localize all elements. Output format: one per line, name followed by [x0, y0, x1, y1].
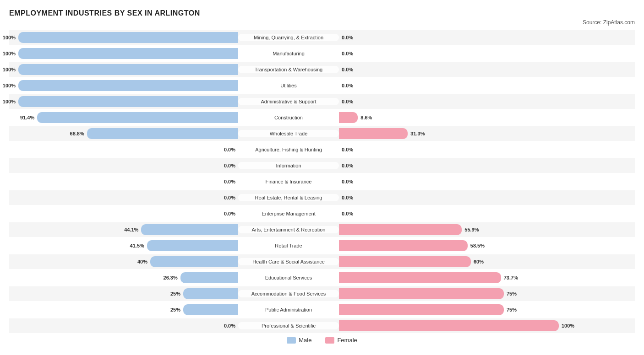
- industry-label: Accommodation & Food Services: [238, 290, 339, 297]
- right-section: 75%: [339, 302, 568, 317]
- legend-male-box: [287, 337, 296, 344]
- male-bar: [18, 96, 238, 107]
- male-bar: [18, 48, 238, 59]
- chart-title: EMPLOYMENT INDUSTRIES BY SEX IN ARLINGTO…: [9, 9, 635, 17]
- left-section: 41.5%: [9, 238, 238, 253]
- bar-row: 100%Administrative & Support0.0%: [9, 94, 635, 109]
- bar-row: 100%Transportation & Warehousing0.0%: [9, 62, 635, 77]
- right-section: 0.0%: [339, 142, 568, 157]
- right-section: 60%: [339, 254, 568, 269]
- left-section: 0.0%: [9, 174, 238, 189]
- female-bar: [339, 240, 468, 251]
- bar-row: 91.4%Construction8.6%: [9, 110, 635, 125]
- male-bar: [37, 112, 238, 123]
- female-pct-label: 0.0%: [342, 211, 353, 216]
- male-pct-label: 91.4%: [20, 115, 34, 120]
- male-bar: [183, 288, 238, 299]
- female-pct-label: 0.0%: [342, 163, 353, 168]
- bar-row: 68.8%Wholesale Trade31.3%: [9, 126, 635, 141]
- industry-label: Public Administration: [238, 306, 339, 313]
- female-bar: [339, 224, 462, 235]
- male-bar: [18, 32, 238, 43]
- female-pct-label: 0.0%: [342, 147, 353, 152]
- male-pct-label: 0.0%: [224, 179, 235, 184]
- right-section: 58.5%: [339, 238, 568, 253]
- legend: Male Female: [9, 337, 635, 344]
- male-pct-label: 25%: [170, 291, 180, 296]
- industry-label: Transportation & Warehousing: [238, 66, 339, 73]
- female-bar: [339, 256, 471, 267]
- female-bar: [339, 272, 501, 283]
- industry-label: Enterprise Management: [238, 210, 339, 217]
- male-bar: [180, 272, 238, 283]
- male-bar: [87, 128, 238, 139]
- bar-row: 0.0%Finance & Insurance0.0%: [9, 174, 635, 189]
- male-bar: [141, 224, 238, 235]
- industry-label: Mining, Quarrying, & Extraction: [238, 34, 339, 41]
- industry-label: Health Care & Social Assistance: [238, 258, 339, 265]
- legend-male-label: Male: [299, 337, 311, 344]
- male-pct-label: 44.1%: [124, 227, 138, 232]
- male-pct-label: 100%: [3, 51, 16, 56]
- left-section: 0.0%: [9, 190, 238, 205]
- right-section: 0.0%: [339, 62, 568, 77]
- bar-row: 40%Health Care & Social Assistance60%: [9, 254, 635, 269]
- male-pct-label: 26.3%: [164, 275, 178, 280]
- male-pct-label: 100%: [3, 67, 16, 72]
- industry-label: Manufacturing: [238, 50, 339, 57]
- left-section: 0.0%: [9, 142, 238, 157]
- male-pct-label: 40%: [137, 259, 147, 264]
- industry-label: Construction: [238, 114, 339, 121]
- bar-row: 0.0%Professional & Scientific100%: [9, 318, 635, 333]
- bar-row: 25%Public Administration75%: [9, 302, 635, 317]
- right-section: 55.9%: [339, 222, 568, 237]
- female-pct-label: 75%: [507, 307, 517, 312]
- right-section: 0.0%: [339, 174, 568, 189]
- bar-row: 25%Accommodation & Food Services75%: [9, 286, 635, 301]
- female-pct-label: 0.0%: [342, 195, 353, 200]
- bar-row: 0.0%Enterprise Management0.0%: [9, 206, 635, 221]
- legend-female: Female: [325, 337, 357, 344]
- legend-male: Male: [287, 337, 311, 344]
- left-section: 44.1%: [9, 222, 238, 237]
- female-pct-label: 0.0%: [342, 179, 353, 184]
- bar-row: 44.1%Arts, Entertainment & Recreation55.…: [9, 222, 635, 237]
- industry-label: Real Estate, Rental & Leasing: [238, 194, 339, 201]
- female-pct-label: 58.5%: [470, 243, 485, 248]
- male-pct-label: 0.0%: [224, 211, 235, 216]
- left-section: 0.0%: [9, 206, 238, 221]
- bar-row: 100%Utilities0.0%: [9, 78, 635, 93]
- chart-area: 100%Mining, Quarrying, & Extraction0.0%1…: [9, 30, 635, 333]
- right-section: 0.0%: [339, 158, 568, 173]
- female-pct-label: 0.0%: [342, 51, 353, 56]
- bar-row: 0.0%Information0.0%: [9, 158, 635, 173]
- right-section: 75%: [339, 286, 568, 301]
- industry-label: Finance & Insurance: [238, 178, 339, 185]
- female-bar: [339, 288, 504, 299]
- male-bar: [183, 304, 238, 315]
- male-pct-label: 0.0%: [224, 195, 235, 200]
- left-section: 25%: [9, 286, 238, 301]
- left-section: 100%: [9, 62, 238, 77]
- left-section: 0.0%: [9, 318, 238, 333]
- bar-row: 0.0%Real Estate, Rental & Leasing0.0%: [9, 190, 635, 205]
- industry-label: Wholesale Trade: [238, 130, 339, 137]
- left-section: 0.0%: [9, 158, 238, 173]
- male-pct-label: 25%: [170, 307, 180, 312]
- male-bar: [18, 64, 238, 75]
- male-pct-label: 100%: [3, 99, 16, 104]
- left-section: 25%: [9, 302, 238, 317]
- industry-label: Administrative & Support: [238, 98, 339, 105]
- male-pct-label: 0.0%: [224, 323, 235, 328]
- female-bar: [339, 112, 358, 123]
- male-pct-label: 0.0%: [224, 163, 235, 168]
- female-bar: [339, 304, 504, 315]
- right-section: 8.6%: [339, 110, 568, 125]
- right-section: 0.0%: [339, 190, 568, 205]
- industry-label: Professional & Scientific: [238, 322, 339, 329]
- industry-label: Arts, Entertainment & Recreation: [238, 226, 339, 233]
- female-bar: [339, 128, 408, 139]
- industry-label: Retail Trade: [238, 242, 339, 249]
- female-pct-label: 0.0%: [342, 83, 353, 88]
- right-section: 0.0%: [339, 94, 568, 109]
